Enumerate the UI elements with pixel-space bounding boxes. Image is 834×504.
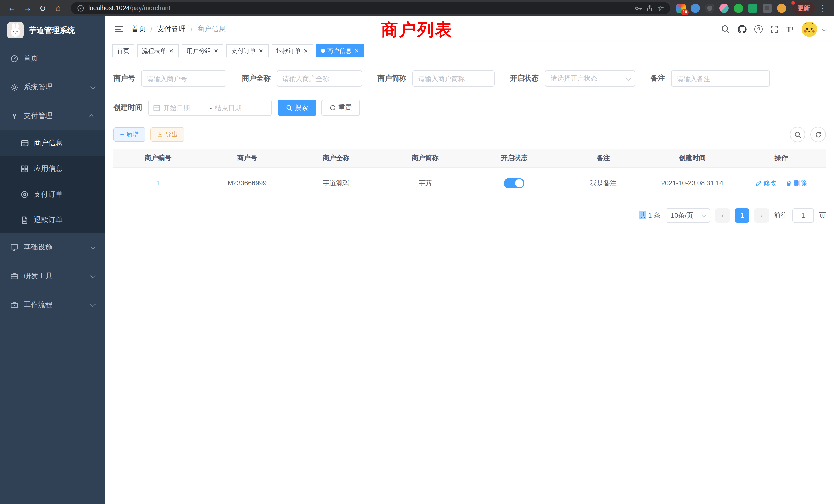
- next-page-button[interactable]: ›: [754, 208, 769, 223]
- edit-link[interactable]: 修改: [756, 178, 777, 188]
- page-size-select[interactable]: 10条/页: [665, 208, 710, 223]
- tab-refund-order[interactable]: 退款订单✕: [271, 44, 313, 58]
- tags-bar: 首页 流程表单✕ 用户分组✕ 支付订单✕ 退款订单✕ 商户信息✕: [105, 42, 834, 60]
- full-name-input[interactable]: [277, 70, 362, 87]
- sidebar-item-workflow[interactable]: 工作流程: [0, 291, 105, 319]
- extension-icon[interactable]: 10: [676, 4, 686, 13]
- browser-menu-icon[interactable]: ⋮: [817, 4, 829, 13]
- address-bar[interactable]: localhost:1024/pay/merchant ☆: [71, 2, 670, 14]
- sidebar-item-merchant-info[interactable]: 商户信息: [0, 130, 105, 156]
- status-toggle[interactable]: [504, 178, 524, 188]
- reset-button[interactable]: 重置: [322, 99, 360, 116]
- prev-page-button[interactable]: ‹: [716, 208, 730, 223]
- cell-create-time: 2021-10-23 08:31:14: [648, 167, 737, 199]
- create-time-label: 创建时间: [113, 103, 142, 112]
- chevron-down-icon: [90, 301, 95, 307]
- refresh-table-button[interactable]: [810, 127, 826, 142]
- extensions-area: 10: [676, 4, 786, 13]
- plus-icon: +: [120, 131, 124, 138]
- refresh-icon: [815, 131, 821, 138]
- merchant-no-input[interactable]: [141, 70, 226, 87]
- close-icon[interactable]: ✕: [169, 47, 174, 54]
- extensions-puzzle-icon[interactable]: [763, 4, 772, 13]
- trash-icon: [786, 180, 792, 186]
- extension-icon[interactable]: [691, 4, 700, 13]
- tab-home[interactable]: 首页: [112, 44, 134, 58]
- avatar-dropdown-icon[interactable]: [822, 27, 827, 31]
- merchant-no-label: 商户号: [113, 74, 135, 83]
- extension-icon[interactable]: [720, 4, 729, 13]
- page-1-button[interactable]: 1: [735, 208, 749, 223]
- date-end-input[interactable]: [215, 104, 258, 112]
- breadcrumb-home[interactable]: 首页: [131, 24, 146, 33]
- password-key-icon[interactable]: [635, 4, 642, 12]
- help-icon[interactable]: ?: [755, 25, 763, 33]
- sidebar-item-payment[interactable]: ¥ 支付管理: [0, 101, 105, 130]
- cell-actions: 修改 删除: [737, 167, 826, 199]
- extension-icon[interactable]: [748, 4, 758, 13]
- tab-user-group[interactable]: 用户分组✕: [182, 44, 223, 58]
- font-size-icon[interactable]: TT: [787, 25, 794, 33]
- home-icon[interactable]: ⌂: [51, 2, 65, 15]
- cell-merchant-id: 1: [113, 167, 203, 199]
- sidebar-item-dev-tools[interactable]: 研发工具: [0, 262, 105, 291]
- chevron-down-icon: [626, 75, 631, 80]
- sidebar-item-infrastructure[interactable]: 基础设施: [0, 233, 105, 262]
- goto-page-input[interactable]: [792, 208, 814, 223]
- toggle-search-button[interactable]: [790, 127, 805, 142]
- delete-link[interactable]: 删除: [786, 178, 807, 188]
- profile-avatar-icon[interactable]: [777, 4, 786, 13]
- forward-icon[interactable]: →: [21, 2, 34, 15]
- sidebar-item-pay-order[interactable]: 支付订单: [0, 182, 105, 207]
- grid-icon: [21, 165, 29, 173]
- search-icon[interactable]: [721, 25, 730, 33]
- app-title: 芋道管理系统: [29, 25, 75, 35]
- sidebar-menu: 首页 系统管理 ¥ 支付管理: [0, 44, 105, 319]
- add-button[interactable]: + 新增: [113, 127, 145, 142]
- short-name-label: 商户简称: [377, 74, 406, 83]
- tab-pay-order[interactable]: 支付订单✕: [227, 44, 268, 58]
- pagination: 共 1 条 10条/页 ‹ 1 › 前往 页: [113, 208, 826, 223]
- col-short-name: 商户简称: [380, 149, 470, 167]
- site-info-icon[interactable]: [77, 5, 84, 12]
- status-select[interactable]: 请选择开启状态: [545, 70, 635, 87]
- remark-label: 备注: [651, 74, 665, 83]
- export-button[interactable]: 导出: [151, 127, 184, 142]
- update-badge-dot: [791, 1, 795, 4]
- close-icon[interactable]: ✕: [213, 47, 219, 54]
- user-avatar[interactable]: [802, 21, 817, 37]
- sidebar-item-home[interactable]: 首页: [0, 44, 105, 73]
- top-navbar: 首页 / 支付管理 / 商户信息: [105, 17, 834, 42]
- logo[interactable]: 芋道管理系统: [0, 17, 105, 44]
- sidebar-item-refund-order[interactable]: 退款订单: [0, 207, 105, 233]
- reload-icon[interactable]: ↻: [36, 2, 49, 15]
- date-range-picker[interactable]: -: [148, 99, 272, 116]
- breadcrumb-payment[interactable]: 支付管理: [157, 24, 186, 33]
- tab-process-form[interactable]: 流程表单✕: [137, 44, 179, 58]
- date-start-input[interactable]: [163, 104, 206, 112]
- sidebar-item-app-info[interactable]: 应用信息: [0, 156, 105, 182]
- table-toolbar: + 新增 导出: [113, 127, 826, 142]
- close-icon[interactable]: ✕: [303, 47, 308, 54]
- back-icon[interactable]: ←: [5, 2, 19, 15]
- short-name-input[interactable]: [412, 70, 495, 87]
- main-area: 首页 / 支付管理 / 商户信息: [105, 17, 834, 504]
- browser-toolbar: ← → ↻ ⌂ localhost:1024/pay/merchant ☆: [0, 0, 834, 17]
- browser-update-button[interactable]: 更新: [792, 2, 815, 15]
- extension-icon[interactable]: [705, 4, 714, 13]
- tab-merchant-info[interactable]: 商户信息✕: [316, 44, 364, 58]
- search-button[interactable]: 搜索: [278, 99, 316, 116]
- sidebar-item-system[interactable]: 系统管理: [0, 73, 105, 101]
- filter-row-2: 创建时间 -: [113, 99, 826, 116]
- chevron-down-icon: [702, 212, 707, 217]
- bookmark-star-icon[interactable]: ☆: [658, 4, 664, 12]
- close-icon[interactable]: ✕: [354, 47, 359, 54]
- close-icon[interactable]: ✕: [258, 47, 264, 54]
- fullscreen-icon[interactable]: [771, 25, 779, 33]
- remark-input[interactable]: [671, 70, 770, 87]
- github-icon[interactable]: [738, 24, 747, 33]
- share-icon[interactable]: [646, 5, 654, 12]
- hamburger-icon[interactable]: [113, 24, 124, 34]
- extension-icon[interactable]: [734, 4, 743, 13]
- extension-badge: 10: [681, 9, 689, 16]
